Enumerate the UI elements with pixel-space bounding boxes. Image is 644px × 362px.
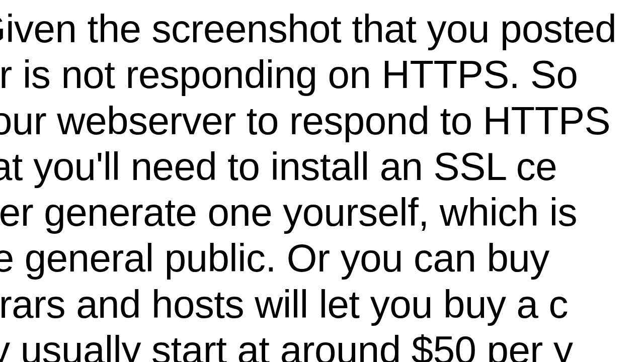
text-line: d they usually start at around $50 per y <box>0 327 644 362</box>
text-line: server is not responding on HTTPS. So <box>0 52 644 98</box>
answer-body: No. Given the screenshot that you posted… <box>0 6 644 362</box>
text-line: do that you'll need to install an SSL ce <box>0 144 644 190</box>
text-line: for the general public. Or you can buy <box>0 235 644 281</box>
text-line: ure your webserver to respond to HTTPS <box>0 98 644 144</box>
text-line: registrars and hosts will let you buy a … <box>0 282 644 327</box>
text-line: No. Given the screenshot that you posted <box>0 6 644 52</box>
text-line: n either generate one yourself, which is <box>0 190 644 235</box>
